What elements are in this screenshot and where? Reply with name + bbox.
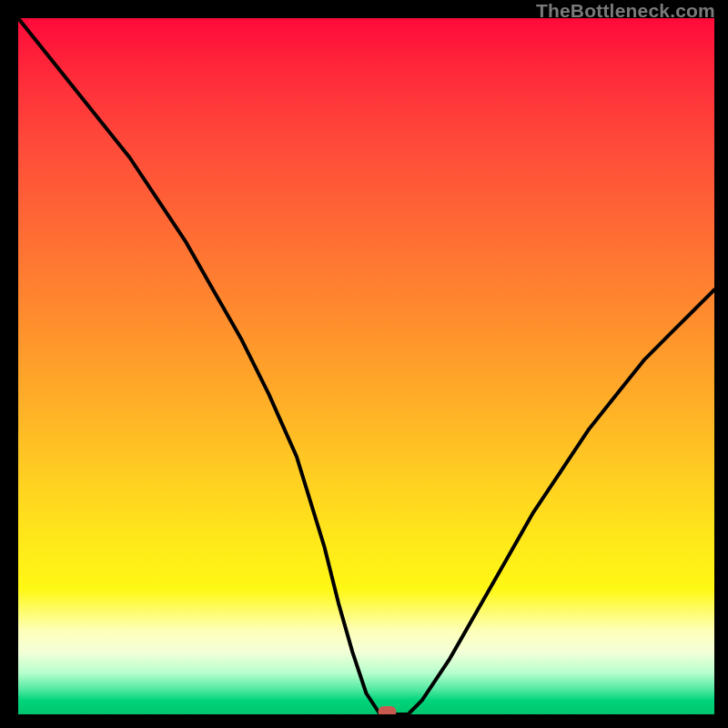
minimum-marker: [379, 706, 397, 714]
chart-frame: TheBottleneck.com: [0, 0, 728, 728]
bottleneck-curve-path: [18, 18, 714, 714]
curve-svg: [18, 18, 714, 714]
plot-area: [18, 18, 714, 714]
